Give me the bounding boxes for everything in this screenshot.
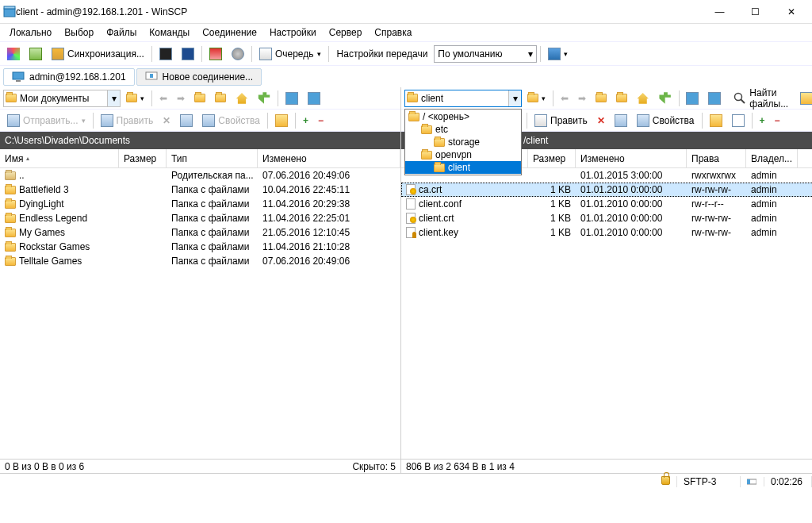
table-row[interactable]: My GamesПапка с файлами21.05.2016 12:10:…: [0, 225, 400, 240]
menu-Настройки[interactable]: Настройки: [263, 25, 323, 40]
find-files-button[interactable]: Найти файлы...: [728, 85, 795, 112]
synchronize-button[interactable]: Синхронизация...: [48, 45, 148, 63]
table-row[interactable]: Rockstar GamesПапка с файлами11.04.2016 …: [0, 240, 400, 254]
refresh-icon: [659, 92, 672, 105]
compare-button[interactable]: [3, 45, 24, 63]
local-prop-icon-button[interactable]: [176, 112, 197, 129]
local-plus-button[interactable]: +: [299, 113, 312, 129]
table-row[interactable]: Endless LegendПапка с файлами11.04.2016 …: [0, 211, 400, 225]
remote-dir-dropdown[interactable]: client ▾: [404, 90, 522, 107]
remote-bookmark-open-button[interactable]: [704, 90, 725, 107]
keep-up-to-date-button[interactable]: [205, 45, 226, 63]
sync-browse-button[interactable]: [25, 45, 46, 63]
remote-open-dir-button[interactable]: ▾: [523, 91, 550, 105]
local-props-button[interactable]: Свойства: [198, 112, 264, 129]
tree-item[interactable]: / <корень>: [405, 110, 521, 123]
bookmark-open-icon: [308, 92, 320, 105]
lock-icon: [661, 476, 670, 485]
column-header[interactable]: Размер: [528, 149, 576, 167]
column-header[interactable]: Имя▴: [0, 149, 119, 167]
table-row[interactable]: Battlefield 3Папка с файлами10.04.2016 2…: [0, 183, 400, 197]
table-row[interactable]: client.conf1 KB01.01.2010 0:00:00rw-r--r…: [401, 197, 812, 211]
local-bookmark-add-button[interactable]: [282, 90, 302, 107]
local-newdir-button[interactable]: [271, 112, 292, 129]
arrow-right-icon: ➡: [578, 93, 586, 104]
remote-file-list[interactable]: РазмерИзмененоПраваВладел... 01.01.2015 …: [401, 149, 812, 459]
remote-props-button[interactable]: Свойства: [633, 112, 699, 129]
tree-item[interactable]: storage: [405, 136, 521, 148]
remote-up-button[interactable]: [592, 91, 611, 105]
new-session-button[interactable]: ▾: [544, 45, 572, 63]
folder-root-icon: [215, 94, 226, 102]
new-session-tab[interactable]: Новое соединение...: [136, 68, 262, 86]
remote-tree-button[interactable]: [796, 90, 812, 107]
transfer-preset-dropdown[interactable]: По умолчанию ▾: [434, 45, 537, 63]
local-minus-button[interactable]: −: [314, 113, 327, 129]
remote-dir-tree-popup[interactable]: / <корень>etcstorageopenvpnclient: [404, 109, 522, 175]
remote-move-button[interactable]: [611, 112, 631, 129]
column-header[interactable]: Изменено: [576, 149, 687, 167]
remote-home-button[interactable]: [633, 90, 653, 107]
remote-back-button[interactable]: ⬅: [557, 90, 573, 106]
chevron-down-icon: ▾: [528, 48, 533, 60]
local-home-button[interactable]: [232, 90, 252, 107]
column-header[interactable]: Изменено: [258, 149, 400, 167]
column-header[interactable]: Владел...: [746, 149, 798, 167]
remote-plus-button[interactable]: +: [756, 113, 769, 129]
local-refresh-button[interactable]: [254, 90, 274, 107]
tree-item[interactable]: openvpn: [405, 148, 521, 161]
remote-delete-button[interactable]: ✕: [593, 113, 609, 129]
table-row[interactable]: ..Родительская па...07.06.2016 20:49:06: [0, 168, 400, 183]
menu-Выбор[interactable]: Выбор: [58, 25, 100, 40]
menu-Команды[interactable]: Команды: [143, 25, 196, 40]
console-button[interactable]: [155, 45, 176, 63]
local-root-button[interactable]: [211, 91, 230, 105]
remote-root-button[interactable]: [612, 91, 631, 105]
menu-Справка[interactable]: Справка: [368, 25, 418, 40]
remote-newdir-button[interactable]: [706, 112, 726, 129]
menu-Соединение[interactable]: Соединение: [196, 25, 263, 40]
table-row[interactable]: client.crt1 KB01.01.2010 0:00:00rw-rw-rw…: [401, 211, 812, 225]
menu-Сервер[interactable]: Сервер: [323, 25, 369, 40]
table-row[interactable]: ca.crt1 KB01.01.2010 0:00:00rw-rw-rw-adm…: [401, 183, 812, 197]
bookmark-add-icon: [285, 92, 298, 105]
local-delete-button[interactable]: ✕: [159, 113, 174, 129]
maximize-button[interactable]: ☐: [737, 1, 773, 23]
local-back-button[interactable]: ⬅: [155, 90, 171, 106]
local-drive-label: Мои документы: [20, 93, 104, 104]
local-upload-button[interactable]: Отправить...▾: [3, 112, 90, 129]
menu-Локально[interactable]: Локально: [3, 25, 58, 40]
table-row[interactable]: client.key1 KB01.01.2010 0:00:00rw-rw-rw…: [401, 225, 812, 240]
local-open-dir-button[interactable]: ▾: [122, 91, 148, 105]
column-header[interactable]: Размер: [119, 149, 167, 167]
local-fwd-button[interactable]: ➡: [173, 90, 189, 106]
remote-fwd-button[interactable]: ➡: [574, 90, 590, 106]
folder-icon: [434, 163, 445, 172]
remote-refresh-button[interactable]: [655, 90, 676, 107]
session-tab[interactable]: admin@192.168.1.201: [3, 68, 135, 86]
local-up-button[interactable]: [190, 91, 209, 105]
local-drive-dropdown[interactable]: Мои документы ▾: [3, 90, 121, 107]
folder-icon: [421, 151, 432, 160]
table-row[interactable]: Telltale GamesПапка с файлами07.06.2016 …: [0, 254, 400, 268]
column-header[interactable]: Права: [687, 149, 746, 167]
remote-edit-button[interactable]: Править: [530, 112, 592, 129]
remote-newfile-button[interactable]: [728, 112, 749, 129]
minimize-button[interactable]: —: [702, 1, 737, 23]
remote-bookmark-add-button[interactable]: [682, 90, 703, 107]
terminal-button[interactable]: [178, 45, 198, 63]
queue-button[interactable]: Очередь ▾: [255, 45, 325, 63]
local-bookmark-open-button[interactable]: [304, 90, 324, 107]
local-file-list[interactable]: Имя▴РазмерТипИзменено ..Родительская па.…: [0, 149, 400, 459]
menu-Файлы[interactable]: Файлы: [100, 25, 143, 40]
remote-minus-button[interactable]: −: [771, 113, 784, 129]
local-edit-button[interactable]: Править: [97, 112, 158, 129]
tree-item[interactable]: client: [405, 161, 521, 174]
close-button[interactable]: ✕: [773, 1, 809, 23]
transfer-settings-gear-button[interactable]: [228, 45, 248, 63]
column-header[interactable]: Тип: [167, 149, 258, 167]
bookmark-add-icon: [686, 92, 699, 105]
table-row[interactable]: DyingLightПапка с файлами11.04.2016 20:2…: [0, 197, 400, 211]
tree-item[interactable]: etc: [405, 123, 521, 136]
svg-rect-5: [150, 74, 153, 78]
